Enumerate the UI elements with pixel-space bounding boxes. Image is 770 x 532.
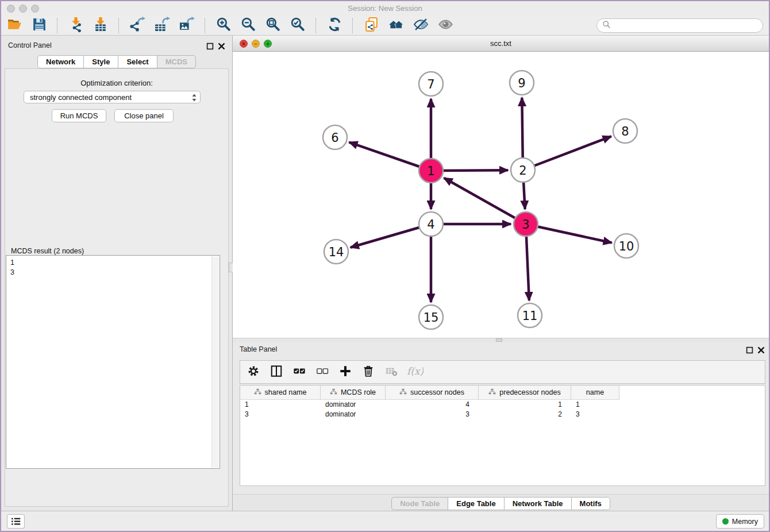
- zoom-selected-button[interactable]: [289, 17, 306, 34]
- memory-button[interactable]: Memory: [716, 514, 764, 529]
- table-cell[interactable]: dominator: [321, 400, 386, 410]
- graph-node-9[interactable]: 9: [510, 71, 534, 95]
- delete-column-button[interactable]: [361, 365, 376, 380]
- column-header-shared-name[interactable]: shared name: [240, 385, 321, 400]
- column-header-label: name: [586, 388, 604, 396]
- select-all-button[interactable]: [292, 365, 307, 380]
- graph-node-4[interactable]: 4: [419, 212, 443, 236]
- float-table-panel-icon[interactable]: [746, 346, 753, 353]
- task-history-button[interactable]: [7, 514, 25, 529]
- export-table-button[interactable]: [153, 17, 171, 34]
- graph-node-10[interactable]: 10: [614, 234, 638, 258]
- criterion-dropdown[interactable]: strongly connected component: [24, 91, 201, 103]
- column-header-mcds-role[interactable]: MCDS role: [321, 385, 386, 400]
- table-cell[interactable]: dominator: [321, 410, 386, 419]
- result-scrollbar[interactable]: [211, 256, 219, 468]
- tab-motifs[interactable]: Motifs: [571, 497, 610, 510]
- table-cell[interactable]: 1: [240, 400, 321, 410]
- window-title: Session: New Session: [1, 4, 769, 13]
- tab-style[interactable]: Style: [83, 55, 118, 68]
- graph-edge-2-8[interactable]: [523, 136, 611, 170]
- table-cell[interactable]: 3: [386, 410, 479, 419]
- graph-node-15[interactable]: 15: [419, 305, 443, 329]
- export-network-button[interactable]: [129, 17, 146, 34]
- graph-node-1[interactable]: 1: [419, 159, 443, 183]
- save-session-icon: [32, 17, 47, 34]
- zoom-in-button[interactable]: [215, 17, 232, 34]
- graph-node-label: 3: [522, 218, 529, 232]
- refresh-view-button[interactable]: [326, 17, 343, 34]
- clone-network-button[interactable]: [363, 17, 380, 34]
- close-panel-icon[interactable]: [218, 42, 225, 49]
- status-bar: Memory: [1, 511, 769, 531]
- import-network-button[interactable]: [67, 17, 84, 34]
- close-table-panel-icon[interactable]: [757, 346, 765, 353]
- run-mcds-button[interactable]: Run MCDS: [52, 109, 106, 122]
- horizontal-splitter-handle[interactable]: [496, 338, 502, 342]
- graph-node-2[interactable]: 2: [511, 158, 535, 182]
- table-row[interactable]: 1dominator411: [240, 400, 765, 410]
- column-header-name[interactable]: name: [571, 385, 619, 400]
- table-row[interactable]: 3dominator323: [240, 410, 765, 419]
- graph-node-14[interactable]: 14: [324, 240, 348, 264]
- delete-table-button: [384, 365, 399, 380]
- tab-network[interactable]: Network: [37, 55, 84, 68]
- graph-node-11[interactable]: 11: [518, 303, 542, 327]
- table-cell[interactable]: 2: [479, 410, 571, 419]
- deselect-all-button[interactable]: [315, 365, 330, 380]
- clone-network-icon: [364, 17, 379, 34]
- graph-node-6[interactable]: 6: [323, 125, 347, 149]
- table-cell[interactable]: 1: [571, 400, 619, 410]
- network-window-title: scc.txt: [233, 39, 769, 48]
- svg-text:f(x): f(x): [407, 365, 424, 377]
- function-builder-button: f(x): [407, 365, 422, 380]
- search-box[interactable]: [596, 18, 763, 33]
- tab-network-table[interactable]: Network Table: [504, 497, 572, 510]
- export-table-icon: [155, 17, 170, 34]
- zoom-out-button[interactable]: [240, 17, 257, 34]
- hide-style-button[interactable]: [412, 17, 429, 34]
- graph-edge-3-10[interactable]: [526, 224, 612, 242]
- table-cell[interactable]: 4: [386, 400, 479, 410]
- tab-select[interactable]: Select: [118, 55, 157, 68]
- tab-node-table[interactable]: Node Table: [391, 497, 448, 510]
- graph-node-8[interactable]: 8: [613, 119, 637, 143]
- column-button[interactable]: [269, 365, 284, 380]
- graph-edge-1-6[interactable]: [349, 142, 431, 171]
- export-image-button[interactable]: [178, 17, 195, 34]
- tab-edge-table[interactable]: Edge Table: [448, 497, 504, 510]
- deselect-all-icon: [316, 365, 329, 380]
- hierarchy-icon: [254, 388, 261, 397]
- graph-node-7[interactable]: 7: [419, 72, 443, 96]
- table-body: 1dominator4113dominator323: [240, 400, 765, 419]
- table-panel-title: Table Panel: [240, 345, 277, 353]
- save-session-button[interactable]: [30, 17, 48, 34]
- titlebar: Session: New Session: [1, 1, 769, 17]
- tab-mcds[interactable]: MCDS: [157, 55, 196, 68]
- graph-edge-3-1[interactable]: [444, 178, 526, 224]
- home-view-button[interactable]: [387, 17, 405, 34]
- search-input[interactable]: [614, 21, 763, 30]
- column-header-label: MCDS role: [341, 388, 376, 396]
- table-cell[interactable]: 3: [571, 410, 619, 419]
- show-style-button[interactable]: [437, 17, 454, 34]
- toolbar-separator: [352, 18, 353, 33]
- float-panel-icon[interactable]: [206, 42, 214, 49]
- gear-button[interactable]: [246, 365, 261, 380]
- import-table-button[interactable]: [92, 17, 109, 34]
- graph-node-3[interactable]: 3: [514, 212, 538, 236]
- column-header-predecessor-nodes[interactable]: predecessor nodes: [479, 385, 571, 400]
- open-session-button[interactable]: [6, 17, 23, 34]
- add-column-button[interactable]: [338, 365, 353, 380]
- table-cell[interactable]: 3: [240, 410, 321, 419]
- column-header-label: successor nodes: [410, 388, 464, 396]
- hierarchy-icon: [399, 388, 407, 397]
- zoom-fit-button[interactable]: [264, 17, 282, 34]
- network-canvas[interactable]: 7968124314101511: [233, 52, 769, 338]
- mcds-result-box: 13: [6, 255, 220, 469]
- column-header-successor-nodes[interactable]: successor nodes: [386, 385, 479, 400]
- show-style-icon: [438, 17, 453, 34]
- close-panel-button[interactable]: Close panel: [114, 109, 174, 122]
- table-cell[interactable]: 1: [479, 400, 571, 410]
- criterion-dropdown-value: strongly connected component: [30, 93, 132, 102]
